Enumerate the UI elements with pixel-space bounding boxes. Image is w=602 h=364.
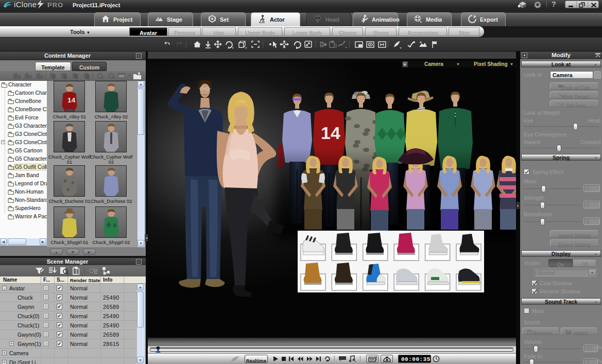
svg-text:14: 14 <box>67 96 76 104</box>
svg-text:14: 14 <box>321 123 340 143</box>
svg-text:AB: AB <box>94 268 98 271</box>
